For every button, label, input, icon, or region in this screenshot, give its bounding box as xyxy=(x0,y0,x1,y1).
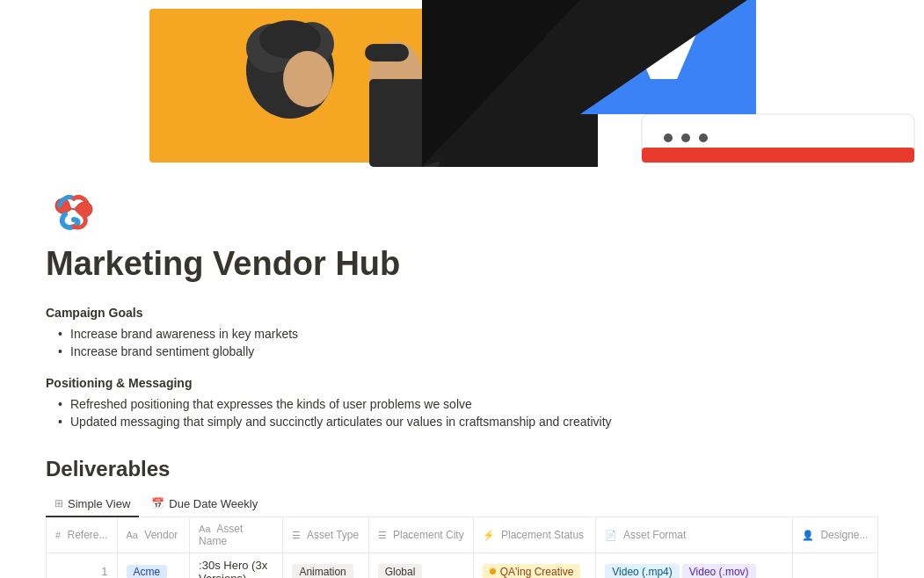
col-header-designer[interactable]: 👤 Designe... xyxy=(793,517,877,553)
table-header-row: # Refere... Aa Vendor Aa Asset Name ☰ xyxy=(47,517,877,553)
col-header-asset-name[interactable]: Aa Asset Name xyxy=(190,517,283,553)
lightning-icon: ⚡ xyxy=(483,530,495,540)
cell-asset-name: :30s Hero (3x Versions) xyxy=(190,553,283,578)
positioning-list: Refreshed positioning that expresses the… xyxy=(46,397,878,429)
campaign-goals-heading: Campaign Goals xyxy=(46,306,878,320)
list-item: Increase brand awareness in key markets xyxy=(53,327,878,341)
positioning-heading: Positioning & Messaging xyxy=(46,376,878,390)
status-badge: QA'ing Creative xyxy=(483,564,581,578)
campaign-goals-list: Increase brand awareness in key markets … xyxy=(46,327,878,358)
person-icon: 👤 xyxy=(802,530,814,540)
col-header-format[interactable]: 📄 Asset Format xyxy=(596,517,793,553)
hash-icon: # xyxy=(55,530,61,540)
cell-asset-type: Animation xyxy=(283,553,368,578)
hero-banner xyxy=(0,0,924,167)
cell-city: Global xyxy=(368,553,473,578)
table-icon: ⊞ xyxy=(55,497,63,509)
col-header-vendor[interactable]: Aa Vendor xyxy=(117,517,190,553)
page-content: Marketing Vendor Hub Campaign Goals Incr… xyxy=(0,244,924,578)
tab-due-date-weekly[interactable]: 📅 Due Date Weekly xyxy=(142,492,266,517)
list-icon: ☰ xyxy=(292,530,301,540)
page-title: Marketing Vendor Hub xyxy=(46,244,878,285)
text-icon-2: Aa xyxy=(199,524,210,534)
col-header-ref[interactable]: # Refere... xyxy=(47,517,117,553)
svg-point-7 xyxy=(283,51,332,107)
status-dot xyxy=(490,568,496,574)
col-header-city[interactable]: ☰ Placement City xyxy=(368,517,473,553)
svg-rect-10 xyxy=(365,44,409,61)
doc-icon: 📄 xyxy=(605,530,617,540)
cell-vendor: Acme xyxy=(117,553,190,578)
col-header-status[interactable]: ⚡ Placement Status xyxy=(473,517,596,553)
list-item: Updated messaging that simply and succin… xyxy=(53,415,878,429)
format-tag: Video (.mov) xyxy=(682,564,756,578)
table-row[interactable]: 1 Acme :30s Hero (3x Versions) Animation… xyxy=(47,553,877,578)
deliverables-table: # Refere... Aa Vendor Aa Asset Name ☰ xyxy=(46,517,878,578)
text-icon: Aa xyxy=(127,530,138,540)
tab-simple-view-label: Simple View xyxy=(68,497,130,510)
asset-type-tag: Animation xyxy=(292,564,353,578)
list-item: Refreshed positioning that expresses the… xyxy=(53,397,878,411)
svg-rect-15 xyxy=(642,148,914,163)
cell-ref: 1 xyxy=(47,553,117,578)
cell-format: Video (.mp4)Video (.mov) xyxy=(596,553,793,578)
svg-point-12 xyxy=(664,134,673,142)
svg-point-14 xyxy=(699,134,708,142)
tab-simple-view[interactable]: ⊞ Simple View xyxy=(46,492,139,517)
view-tabs: ⊞ Simple View 📅 Due Date Weekly xyxy=(46,492,878,517)
cell-designer xyxy=(793,553,877,578)
tab-due-date-label: Due Date Weekly xyxy=(169,497,258,510)
col-header-asset-type[interactable]: ☰ Asset Type xyxy=(283,517,368,553)
format-tag: Video (.mp4) xyxy=(605,564,679,578)
page-icon xyxy=(46,181,102,237)
list-icon-2: ☰ xyxy=(378,530,387,540)
cell-status: QA'ing Creative xyxy=(473,553,596,578)
deliverables-section: Deliverables ⊞ Simple View 📅 Due Date We… xyxy=(46,457,878,578)
list-item: Increase brand sentiment globally xyxy=(53,344,878,358)
vendor-badge: Acme xyxy=(127,565,168,578)
deliverables-title: Deliverables xyxy=(46,457,878,481)
svg-point-13 xyxy=(681,134,690,142)
city-tag: Global xyxy=(378,564,423,578)
calendar-icon: 📅 xyxy=(151,497,164,509)
